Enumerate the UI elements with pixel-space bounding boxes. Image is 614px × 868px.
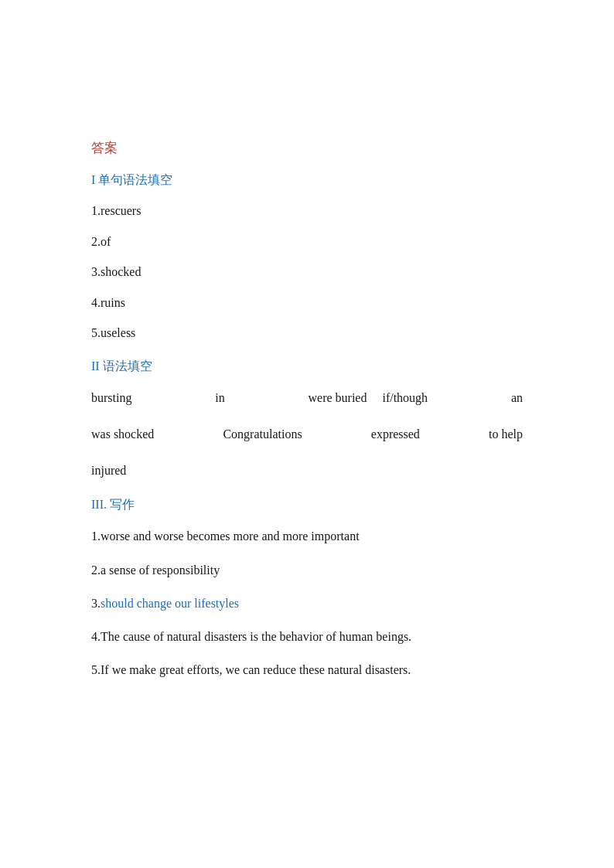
fill-row-2: was shocked Congratulations expressed to… <box>91 424 523 446</box>
page-content: 答案 I 单句语法填空 1.rescuers 2.of 3.shocked 4.… <box>0 0 614 739</box>
fill-row-1: bursting in were buried if/though an <box>91 387 523 410</box>
writing-item-2: 2.a sense of responsibility <box>91 560 523 580</box>
fill-cell-to-help: to help <box>489 424 523 446</box>
section3-heading: III. 写作 <box>91 497 523 513</box>
writing-item-4: 4.The cause of natural disasters is the … <box>91 626 523 647</box>
answer-1-num: 1. <box>91 204 101 217</box>
answer-2: 2.of <box>91 232 523 252</box>
fill-cell-was-shocked: was shocked <box>91 424 154 446</box>
fill-row-3: injured <box>91 460 523 482</box>
writing-item-3: 3.should change our lifestyles <box>91 593 523 614</box>
answer-3-ans: shocked <box>101 265 141 278</box>
answer-1: 1.rescuers <box>91 201 523 221</box>
fill-cell-in: in <box>215 387 224 410</box>
writing-item-3-text: should change our lifestyles <box>101 597 239 610</box>
answer-4: 4.ruins <box>91 293 523 313</box>
writing-item-1-text: worse and worse <box>101 529 184 543</box>
writing-item-2-num: 2. <box>91 563 101 577</box>
fill-cell-were-buried: were buried <box>308 387 367 410</box>
writing-item-4-num: 4. <box>91 630 101 643</box>
writing-item-2-text: a sense of responsibility <box>101 563 220 577</box>
writing-item-5-num: 5. <box>91 663 101 676</box>
answer-5: 5.useless <box>91 323 523 343</box>
writing-item-1-text2: becomes more and more important <box>184 529 360 543</box>
answer-2-ans: of <box>101 235 111 248</box>
section2-heading: II 语法填空 <box>91 359 523 375</box>
writing-item-3-num: 3. <box>91 597 101 610</box>
answer-4-ans: ruins <box>101 296 125 309</box>
answer-5-ans: useless <box>101 326 135 339</box>
fill-cell-expressed: expressed <box>371 424 420 446</box>
answer-1-ans: rescuers <box>101 204 141 217</box>
answer-3-num: 3. <box>91 265 101 278</box>
answer-2-num: 2. <box>91 235 101 248</box>
fill-cell-congratulations: Congratulations <box>223 424 302 446</box>
answer-3: 3.shocked <box>91 262 523 282</box>
answer-4-num: 4. <box>91 296 101 309</box>
main-title: 答案 <box>91 139 523 157</box>
writing-item-5-text: If we make great efforts, we can reduce … <box>101 663 411 676</box>
section1-heading: I 单句语法填空 <box>91 172 523 189</box>
fill-cell-if-though: if/though <box>382 387 428 410</box>
fill-cell-injured: injured <box>91 460 126 482</box>
writing-item-5: 5.If we make great efforts, we can reduc… <box>91 659 523 680</box>
writing-item-1: 1.worse and worse becomes more and more … <box>91 526 523 546</box>
writing-item-4-text: The cause of natural disasters is the be… <box>101 630 411 643</box>
answer-5-num: 5. <box>91 326 101 339</box>
fill-cell-bursting: bursting <box>91 387 131 410</box>
writing-item-1-num: 1. <box>91 529 101 543</box>
fill-cell-an: an <box>511 387 523 410</box>
